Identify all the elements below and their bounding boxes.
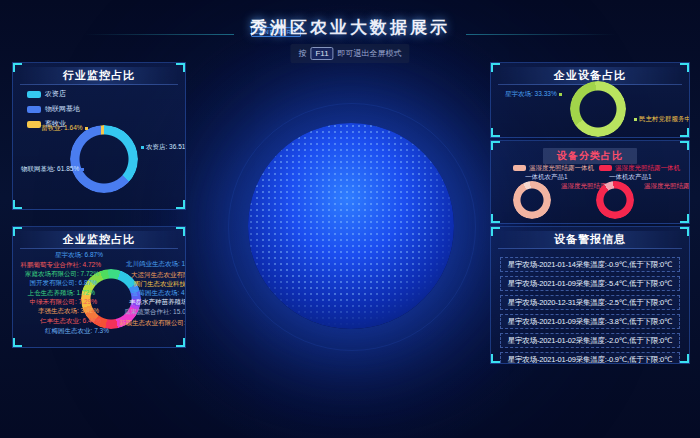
legend-swatch bbox=[27, 121, 41, 128]
corner-decor bbox=[680, 354, 689, 363]
corner-decor bbox=[491, 128, 500, 137]
panel-title: 行业监控占比 bbox=[20, 67, 178, 85]
chart-label: 物联网基地: 61.85% bbox=[21, 165, 86, 173]
chart-label: 温湿度光照结露一一 bbox=[644, 182, 690, 190]
page-title: 秀洲区农业大数据展示 bbox=[250, 16, 450, 39]
corner-decor bbox=[491, 354, 500, 363]
connector-dot bbox=[81, 168, 84, 171]
globe bbox=[248, 123, 454, 329]
alarm-row: 星宇农场-2021-01-09采集温度:-5.4℃,低于下限:0℃ bbox=[500, 276, 680, 291]
chart-label: 上仓生态养殖场: 1.72% bbox=[27, 289, 95, 297]
chart-label: 北川鸽业生态农场: 11.16% bbox=[126, 260, 186, 268]
header: LANDWARD 秀洲区农业大数据展示 按 F11 即可退出全屏模式 bbox=[0, 0, 700, 60]
alarm-list: 星宇农场-2021-01-14采集温度:-0.9℃,低于下限:0℃ 星宇农场-2… bbox=[491, 249, 689, 364]
corner-decor bbox=[176, 200, 185, 209]
chart-label: 中绿禾有限公司: 7.29% bbox=[29, 298, 97, 306]
connector-dot bbox=[634, 118, 637, 121]
alarm-row: 星宇农场-2021-01-02采集温度:-2.0℃,低于下限:0℃ bbox=[500, 333, 680, 348]
connector-dot bbox=[141, 146, 144, 149]
panel-title: 设备警报信息 bbox=[498, 231, 682, 249]
panel-enterprise-monitor-ratio: 企业监控占比 星宇农场: 6.87% 科鹏葡萄专业合作社: 4.72% 家庭农场… bbox=[12, 226, 186, 348]
legend-label: 物联网基地 bbox=[45, 104, 80, 114]
category-donut-right bbox=[596, 181, 634, 219]
chart-label: 家庭农场有限公司: 7.72% bbox=[25, 270, 99, 278]
panel-title-wrap: 设备分类占比 bbox=[491, 145, 689, 160]
legend-swatch bbox=[27, 91, 41, 98]
chart-label: 丰磊水产种苗养殖场: 1. bbox=[129, 298, 186, 306]
device-donut-chart bbox=[570, 81, 626, 137]
legend-label: 温湿度光照结露一体机 bbox=[615, 164, 680, 172]
chart-label: 大运河生态农业有限责任公 bbox=[131, 271, 186, 279]
chart-label: 蓝莓园生态农场: 4.29% bbox=[132, 289, 186, 297]
corner-decor bbox=[13, 338, 22, 347]
corner-decor bbox=[680, 214, 689, 223]
tip-suffix: 即可退出全屏模式 bbox=[338, 48, 402, 59]
panel-industry-ratio: 行业监控占比 农资店 物联网基地 畜牧业 畜牧业: 1.64% 农资店: 36.… bbox=[12, 62, 186, 210]
fullscreen-tip: 按 F11 即可退出全屏模式 bbox=[290, 44, 409, 63]
alarm-row: 星宇农场-2020-12-31采集温度:-2.5℃,低于下限:0℃ bbox=[500, 295, 680, 310]
industry-donut-chart bbox=[70, 125, 138, 193]
corner-decor bbox=[13, 200, 22, 209]
corner-decor bbox=[176, 338, 185, 347]
panel-title: 设备分类占比 bbox=[543, 148, 637, 164]
header-decor-line-left bbox=[84, 34, 234, 35]
chart-label: 国开发有限公司: 6.87% bbox=[29, 279, 97, 287]
legend-swatch[interactable] bbox=[513, 165, 526, 171]
panel-device-ratio: 企业设备占比 星宇农场: 33.33% 民主村党群服务中心: bbox=[490, 62, 690, 138]
chart-label: 畜牧业: 1.64% bbox=[41, 124, 90, 132]
connector-dot bbox=[85, 127, 88, 130]
alarm-row: 星宇农场-2021-01-14采集温度:-0.9℃,低于下限:0℃ bbox=[500, 257, 680, 272]
chart-label: 瓜果蔬菜合作社: 15.02% bbox=[124, 308, 186, 316]
category-donut-left bbox=[513, 181, 551, 219]
legend-label: 农资店 bbox=[45, 89, 66, 99]
header-decor-line-right bbox=[466, 34, 616, 35]
chart-label: 民主村党群服务中心: bbox=[632, 115, 690, 123]
corner-decor bbox=[491, 214, 500, 223]
alarm-row: 星宇农场-2021-01-09采集温度:-3.8℃,低于下限:0℃ bbox=[500, 314, 680, 329]
panel-device-category-ratio: 设备分类占比 温湿度光照结露一体机 一体机农产品1 温湿度光照结露一一 温湿度光… bbox=[490, 140, 690, 224]
chart-label: 农资店: 36.51% bbox=[139, 143, 186, 151]
connector-dot bbox=[559, 93, 562, 96]
legend-item[interactable]: 农资店 bbox=[27, 89, 80, 99]
legend-swatch bbox=[27, 106, 41, 113]
chart-label: 李强生态农场: 3.42% bbox=[38, 307, 99, 315]
chart-label: 星宇农场: 6.87% bbox=[55, 251, 103, 259]
legend-swatch[interactable] bbox=[599, 165, 612, 171]
chart-label: 陶门生态农业科技有限公 bbox=[134, 280, 186, 288]
chart-label: 仁丰生态农业: 6.44% bbox=[40, 317, 101, 325]
corner-decor bbox=[680, 128, 689, 137]
chart-label: 一体机农产品1 bbox=[609, 173, 652, 181]
chart-label: 红梅园生态农业: 7.3% bbox=[45, 327, 109, 335]
legend-item[interactable]: 物联网基地 bbox=[27, 104, 80, 114]
alarm-row: 星宇农场-2021-01-09采集温度:-0.9℃,低于下限:0℃ bbox=[500, 352, 680, 364]
chart-label: 新颖生态农业有限公司: 6.87% bbox=[119, 319, 186, 327]
chart-label: 一体机农产品1 bbox=[525, 173, 568, 181]
panel-title: 企业监控占比 bbox=[20, 231, 178, 249]
panel-device-alarms: 设备警报信息 星宇农场-2021-01-14采集温度:-0.9℃,低于下限:0℃… bbox=[490, 226, 690, 364]
legend-label: 温湿度光照结露一体机 bbox=[529, 164, 594, 172]
chart-label: 星宇农场: 33.33% bbox=[505, 90, 564, 98]
f11-key: F11 bbox=[310, 47, 333, 60]
tip-prefix: 按 bbox=[298, 48, 306, 59]
chart-label: 科鹏葡萄专业合作社: 4.72% bbox=[20, 261, 101, 269]
